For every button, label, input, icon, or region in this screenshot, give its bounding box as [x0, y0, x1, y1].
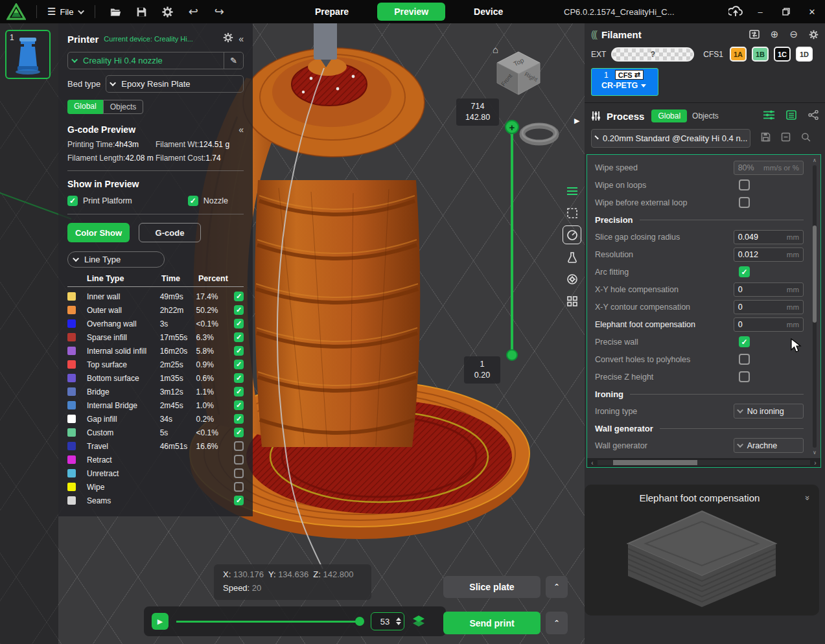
- flow-view-button[interactable]: [563, 247, 581, 266]
- slice-options-button[interactable]: ⌃: [546, 576, 568, 598]
- print-platform-checkbox[interactable]: ✓: [67, 196, 78, 206]
- grid-view-button[interactable]: [563, 292, 581, 310]
- tab-preview[interactable]: Preview: [377, 3, 445, 21]
- layer-slider-bottom-handle[interactable]: [506, 349, 518, 361]
- setting-input[interactable]: 0.012mm: [734, 247, 804, 262]
- layer-seek-slider[interactable]: [176, 617, 363, 626]
- collapse-gcode-button[interactable]: «: [238, 124, 244, 135]
- line-visibility-checkbox[interactable]: [234, 482, 244, 492]
- cfs-slot-1b[interactable]: 1B: [752, 47, 769, 62]
- line-visibility-checkbox[interactable]: ✓: [234, 387, 244, 397]
- nozzle-checkbox[interactable]: ✓: [188, 196, 198, 206]
- setting-select[interactable]: No ironing: [734, 404, 804, 419]
- scrollbar-thumb[interactable]: [613, 460, 697, 465]
- edit-printer-button[interactable]: ✎: [224, 52, 243, 69]
- slice-plate-button[interactable]: Slice plate: [443, 576, 540, 598]
- line-visibility-checkbox[interactable]: ✓: [234, 305, 244, 315]
- search-parameter-button[interactable]: [801, 132, 811, 144]
- play-button[interactable]: ▶: [152, 613, 168, 630]
- layer-slider-top-handle[interactable]: +: [505, 120, 519, 134]
- cfs-slot-1d[interactable]: 1D: [796, 47, 813, 62]
- remove-filament-button[interactable]: ⊖: [789, 29, 798, 40]
- stepper-down-button[interactable]: [396, 622, 401, 625]
- compare-presets-button[interactable]: [808, 110, 819, 122]
- line-visibility-checkbox[interactable]: ✓: [234, 360, 244, 369]
- add-filament-button[interactable]: ⊕: [771, 29, 779, 40]
- horizontal-scrollbar[interactable]: ‹ ›: [587, 458, 820, 467]
- line-type-select[interactable]: Line Type: [67, 251, 165, 268]
- line-visibility-checkbox[interactable]: [234, 441, 244, 451]
- setting-checkbox[interactable]: [739, 354, 750, 365]
- file-menu-chevron-icon[interactable]: [78, 8, 85, 14]
- line-visibility-checkbox[interactable]: ✓: [234, 373, 244, 383]
- printer-tab-global[interactable]: Global: [67, 100, 103, 114]
- collapse-panel-button[interactable]: «: [238, 34, 244, 44]
- parameter-table-button[interactable]: [786, 110, 796, 122]
- gcode-view-button[interactable]: G-code: [139, 223, 201, 242]
- line-visibility-checkbox[interactable]: [234, 455, 244, 465]
- send-print-button[interactable]: Send print: [443, 612, 540, 634]
- expand-panel-arrow[interactable]: ▶: [574, 117, 579, 125]
- save-button[interactable]: [132, 3, 151, 20]
- save-preset-button[interactable]: [761, 132, 771, 144]
- parameter-list-button[interactable]: [763, 110, 774, 122]
- layer-number-stepper[interactable]: 53: [371, 612, 404, 630]
- printer-tab-objects[interactable]: Objects: [103, 100, 144, 114]
- cloud-upload-button[interactable]: [723, 0, 749, 23]
- setting-checkbox[interactable]: ✓: [739, 266, 750, 277]
- setting-input[interactable]: 0mm: [734, 317, 804, 332]
- color-show-button[interactable]: Color Show: [67, 223, 130, 242]
- temperature-view-button[interactable]: [563, 270, 581, 288]
- speed-view-button[interactable]: [563, 225, 581, 244]
- line-visibility-checkbox[interactable]: [234, 468, 244, 478]
- close-button[interactable]: ✕: [799, 0, 825, 23]
- line-visibility-checkbox[interactable]: ✓: [234, 346, 244, 356]
- seek-knob[interactable]: [355, 617, 364, 626]
- scroll-left-arrow[interactable]: ‹: [587, 459, 598, 466]
- line-visibility-checkbox[interactable]: ✓: [234, 292, 244, 301]
- settings-button[interactable]: [157, 3, 177, 20]
- ext-filament-slot[interactable]: ?: [611, 47, 694, 62]
- setting-checkbox[interactable]: [739, 371, 750, 382]
- nozzle-select[interactable]: Creality Hi 0.4 nozzle ✎: [67, 52, 244, 69]
- scroll-up-arrow[interactable]: ∧: [811, 157, 819, 163]
- line-visibility-checkbox[interactable]: ✓: [234, 414, 244, 424]
- vertical-scrollbar[interactable]: ∧ ∨: [811, 157, 819, 455]
- setting-checkbox[interactable]: [739, 179, 750, 190]
- setting-select[interactable]: Arachne: [734, 438, 804, 453]
- setting-input[interactable]: 0mm: [734, 300, 804, 314]
- send-options-button[interactable]: ⌃: [546, 612, 568, 634]
- tab-prepare[interactable]: Prepare: [306, 3, 358, 21]
- line-visibility-checkbox[interactable]: ✓: [234, 428, 244, 437]
- setting-input[interactable]: 0mm: [734, 282, 804, 297]
- layer-slider-track[interactable]: [511, 127, 513, 354]
- restore-button[interactable]: [773, 0, 799, 23]
- printer-settings-button[interactable]: [223, 32, 233, 45]
- setting-checkbox[interactable]: [739, 197, 750, 208]
- scrollbar-thumb[interactable]: [813, 225, 817, 323]
- process-tab-global[interactable]: Global: [651, 109, 687, 122]
- cfs-slot-1a[interactable]: 1A: [730, 47, 747, 62]
- scroll-right-arrow[interactable]: ›: [810, 459, 820, 466]
- bed-type-select[interactable]: Epoxy Resin Plate: [106, 75, 244, 93]
- selected-filament-card[interactable]: 1 CFS⇄ CR-PETG: [591, 68, 658, 96]
- filament-swap-button[interactable]: [749, 30, 760, 39]
- line-visibility-checkbox[interactable]: ✓: [234, 332, 244, 342]
- scroll-down-arrow[interactable]: ∨: [811, 450, 819, 455]
- line-visibility-checkbox[interactable]: ✓: [234, 319, 244, 328]
- line-visibility-checkbox[interactable]: ✓: [234, 496, 244, 505]
- setting-checkbox[interactable]: ✓: [739, 336, 750, 347]
- collapse-tooltip-icon[interactable]: »: [803, 496, 813, 500]
- open-file-button[interactable]: [106, 3, 125, 20]
- undo-button[interactable]: ↩: [183, 3, 203, 20]
- line-visibility-checkbox[interactable]: ✓: [234, 400, 244, 410]
- tab-device[interactable]: Device: [465, 3, 512, 21]
- minimize-button[interactable]: –: [747, 0, 773, 23]
- layers-icon[interactable]: [412, 615, 425, 628]
- current-device-link[interactable]: Current device: Creality Hi...: [104, 35, 218, 43]
- process-preset-select[interactable]: 0.20mm Standard @Creality Hi 0.4 n...: [591, 129, 750, 148]
- file-menu[interactable]: ☰ File: [47, 6, 73, 17]
- plate-thumbnail[interactable]: 1: [5, 30, 51, 79]
- filament-settings-button[interactable]: [809, 30, 819, 40]
- bounding-box-button[interactable]: [563, 203, 581, 222]
